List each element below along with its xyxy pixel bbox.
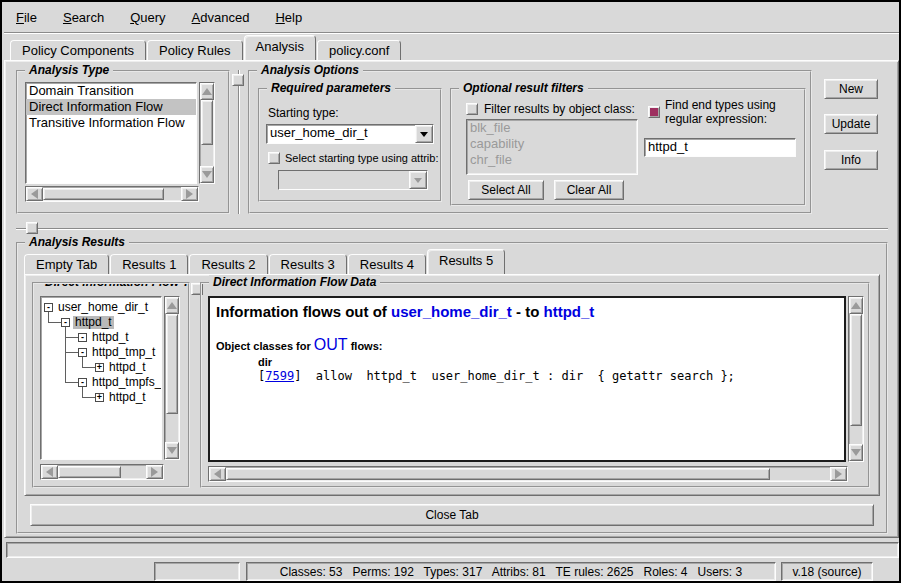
close-tab-button[interactable]: Close Tab xyxy=(30,504,874,526)
menu-advanced[interactable]: Advanced xyxy=(192,10,250,25)
results-tab-5[interactable]: Results 5 xyxy=(427,249,505,274)
scroll-up-icon[interactable] xyxy=(165,297,179,314)
optional-filters-title: Optional result filters xyxy=(459,81,588,95)
flow-subheading: Object classes for OUT flows: xyxy=(216,336,844,354)
clear-all-button[interactable]: Clear All xyxy=(554,180,624,200)
analysis-type-vscrollbar[interactable] xyxy=(199,82,215,184)
menu-file[interactable]: File xyxy=(16,10,37,25)
tree-expand-box[interactable]: + xyxy=(95,363,104,372)
attrib-checkbox[interactable] xyxy=(268,152,280,164)
results-tab-empty[interactable]: Empty Tab xyxy=(24,254,109,274)
menu-bar: File Search Query Advanced Help xyxy=(4,4,899,31)
scroll-down-icon[interactable] xyxy=(849,444,863,461)
scroll-thumb[interactable] xyxy=(201,100,213,145)
flow-data-title: Direct Information Flow Data xyxy=(209,275,380,289)
main-tab-bar: Policy Components Policy Rules Analysis … xyxy=(10,36,402,60)
scroll-left-icon[interactable] xyxy=(41,465,58,479)
horizontal-sash-handle[interactable] xyxy=(26,222,38,234)
scroll-down-icon[interactable] xyxy=(165,442,179,459)
flow-data-hscrollbar[interactable] xyxy=(208,466,848,482)
results-tab-2[interactable]: Results 2 xyxy=(189,254,267,274)
attrib-combobox xyxy=(278,170,428,190)
tree-expand-box[interactable]: - xyxy=(61,318,70,327)
vertical-sash-line xyxy=(238,70,240,214)
horizontal-sash-line xyxy=(16,228,888,230)
tree-node-httpd-tmp-t[interactable]: httpd_tmp_t xyxy=(90,346,157,359)
flow-tree-canvas[interactable]: - user_home_dir_t - httpd_t - httpd_t - … xyxy=(40,296,162,460)
object-class-name: dir xyxy=(258,356,844,368)
scroll-up-icon[interactable] xyxy=(849,297,863,314)
scroll-thumb[interactable] xyxy=(166,314,178,414)
tree-expand-box[interactable]: - xyxy=(44,303,53,312)
tree-expand-box[interactable]: + xyxy=(95,393,104,402)
tree-node-httpd-t[interactable]: httpd_t xyxy=(107,391,148,404)
scroll-thumb[interactable] xyxy=(43,188,164,200)
info-button[interactable]: Info xyxy=(824,150,878,170)
tree-expand-box[interactable]: - xyxy=(78,333,87,342)
scroll-left-icon[interactable] xyxy=(26,187,43,201)
scroll-down-icon[interactable] xyxy=(200,166,214,183)
required-parameters-title: Required parameters xyxy=(267,81,395,95)
scroll-right-icon[interactable] xyxy=(181,187,198,201)
scroll-left-icon[interactable] xyxy=(209,467,226,481)
analysis-type-frame: Analysis Type Domain Transition Direct I… xyxy=(16,70,230,214)
tree-node-user-home-dir-t[interactable]: user_home_dir_t xyxy=(56,301,150,314)
list-item-direct-information-flow[interactable]: Direct Information Flow xyxy=(26,99,196,115)
update-button[interactable]: Update xyxy=(824,114,878,134)
tree-node-httpd-t[interactable]: httpd_t xyxy=(107,361,148,374)
regex-checkbox-label: Find end types using regular expression: xyxy=(665,98,811,126)
flow-source-type: user_home_dir_t xyxy=(391,303,512,320)
status-panel-left xyxy=(154,562,240,581)
scroll-thumb[interactable] xyxy=(226,468,770,480)
results-tab-3[interactable]: Results 3 xyxy=(269,254,347,274)
analysis-type-hscrollbar[interactable] xyxy=(25,186,199,202)
scroll-up-icon[interactable] xyxy=(200,83,214,100)
regex-checkbox[interactable] xyxy=(648,106,660,118)
list-item-transitive-information-flow[interactable]: Transitive Information Flow xyxy=(26,115,196,131)
analysis-options-title: Analysis Options xyxy=(257,63,363,77)
flow-tree-vscrollbar[interactable] xyxy=(164,296,180,460)
results-tab-bar: Empty Tab Results 1 Results 2 Results 3 … xyxy=(24,250,506,274)
new-button[interactable]: New xyxy=(824,79,878,99)
tab-policy-conf[interactable]: policy.conf xyxy=(317,40,401,60)
flow-data-vscrollbar[interactable] xyxy=(848,296,864,462)
starting-type-combobox[interactable]: user_home_dir_t xyxy=(266,124,434,144)
filter-object-class-checkbox[interactable] xyxy=(466,103,478,115)
rule-number-link[interactable]: 7599 xyxy=(265,369,294,383)
menu-help[interactable]: Help xyxy=(275,10,302,25)
results-tab-1[interactable]: Results 1 xyxy=(110,254,188,274)
flow-target-type: httpd_t xyxy=(544,303,595,320)
vertical-sash-handle[interactable] xyxy=(232,74,244,86)
rule-line: [7599] allow httpd_t user_home_dir_t : d… xyxy=(258,369,844,383)
tree-node-httpd-t-selected[interactable]: httpd_t xyxy=(73,316,114,329)
tab-analysis[interactable]: Analysis xyxy=(244,35,316,60)
list-item-domain-transition[interactable]: Domain Transition xyxy=(26,83,196,99)
menu-search[interactable]: Search xyxy=(63,10,104,25)
analysis-type-listbox[interactable]: Domain Transition Direct Information Flo… xyxy=(25,82,197,184)
chevron-down-icon[interactable] xyxy=(415,125,433,143)
flow-direction: OUT xyxy=(314,336,348,353)
tree-expand-box[interactable]: - xyxy=(78,348,87,357)
required-parameters-frame: Required parameters Starting type: user_… xyxy=(258,88,442,202)
chevron-down-icon xyxy=(409,171,427,189)
select-all-button[interactable]: Select All xyxy=(468,180,544,200)
analysis-options-frame: Analysis Options Required parameters Sta… xyxy=(248,70,812,214)
scroll-right-icon[interactable] xyxy=(830,467,847,481)
tab-policy-components[interactable]: Policy Components xyxy=(10,40,146,60)
tree-node-httpd-tmpfs-t[interactable]: httpd_tmpfs_ xyxy=(90,376,162,389)
analysis-results-title: Analysis Results xyxy=(25,235,129,249)
scroll-right-icon[interactable] xyxy=(146,465,163,479)
results-tab-4[interactable]: Results 4 xyxy=(348,254,426,274)
tab-policy-rules[interactable]: Policy Rules xyxy=(147,40,243,60)
object-class-item: blk_file xyxy=(467,120,637,136)
flow-tree-hscrollbar[interactable] xyxy=(40,464,164,480)
regex-input[interactable]: httpd_t xyxy=(644,138,796,157)
object-class-item: chr_file xyxy=(467,152,637,168)
flow-data-textarea[interactable]: Information flows out of user_home_dir_t… xyxy=(208,296,846,462)
status-panel-version: v.18 (source) xyxy=(781,562,873,581)
tree-node-httpd-t[interactable]: httpd_t xyxy=(90,331,131,344)
tree-expand-box[interactable]: - xyxy=(78,378,87,387)
scroll-thumb[interactable] xyxy=(850,314,862,426)
scroll-thumb[interactable] xyxy=(58,466,121,478)
menu-query[interactable]: Query xyxy=(130,10,165,25)
